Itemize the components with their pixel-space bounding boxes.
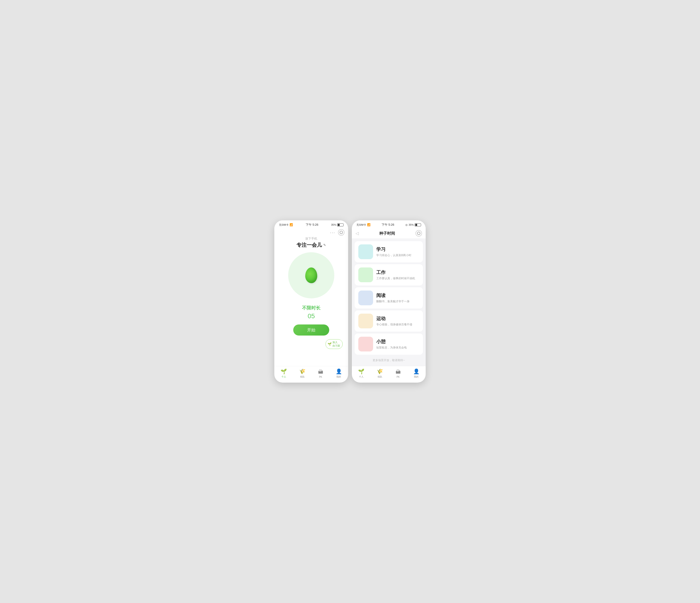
study-room-badge[interactable]: 🌱 加入 自习室 bbox=[326, 339, 343, 349]
scene-name-reading: 阅读 bbox=[376, 292, 409, 298]
personal-label-left: 个人 bbox=[281, 375, 286, 379]
mine-icon-left: 👤 bbox=[336, 368, 342, 375]
page-title-right: 种子时间 bbox=[379, 231, 395, 236]
battery-pct-left: 35% bbox=[331, 223, 336, 226]
right-phone: 无SIM卡 📶 下午 5:26 ◎ 35% ◁ 种子时间 bbox=[352, 220, 426, 383]
personal-icon-left: 🌱 bbox=[280, 368, 287, 375]
duration-label: 不限时长 bbox=[302, 305, 321, 311]
nav-item-personal-right[interactable]: 🌱 个人 bbox=[358, 368, 364, 379]
scene-list: 学习 学习得走心，认真装B两小时 工作 工作要认真，做事的时候不搞机 阅读 翻翻… bbox=[352, 238, 426, 366]
pk-label-left: PK bbox=[319, 376, 322, 378]
title-area: 放下手机 专注一会儿 ✎ bbox=[297, 237, 326, 248]
scene-item-reading[interactable]: 阅读 翻翻书，集美貌才华于一身 bbox=[355, 287, 423, 309]
scene-desc-reading: 翻翻书，集美貌才华于一身 bbox=[376, 299, 409, 304]
nav-item-team-left[interactable]: 🌾 组队 bbox=[299, 368, 305, 379]
nav-item-pk-right[interactable]: 🏔 PK bbox=[396, 369, 401, 378]
time-left: 下午 5:26 bbox=[306, 223, 318, 227]
scene-desc-rest: 短暂歇息，为身体充会电 bbox=[376, 346, 407, 349]
mine-label-left: 我的 bbox=[336, 375, 341, 379]
nav-item-personal-left[interactable]: 🌱 个人 bbox=[280, 368, 287, 379]
focus-title-text: 专注一会儿 bbox=[297, 242, 322, 248]
pk-label-right: PK bbox=[397, 376, 400, 378]
time-right: 下午 5:26 bbox=[382, 223, 394, 227]
scene-icon-rest bbox=[358, 337, 373, 352]
scene-desc-study: 学习得走心，认真装B两小时 bbox=[376, 254, 411, 257]
nav-item-team-right[interactable]: 🌾 组队 bbox=[377, 368, 383, 379]
status-bar-right: 无SIM卡 📶 下午 5:26 ◎ 35% bbox=[352, 220, 426, 228]
nav-item-mine-left[interactable]: 👤 我的 bbox=[336, 368, 342, 379]
team-label-left: 组队 bbox=[300, 375, 305, 379]
battery-pct-right: 35% bbox=[408, 223, 414, 226]
wifi-icon-left: 📶 bbox=[290, 223, 293, 226]
nav-item-mine-right[interactable]: 👤 我的 bbox=[413, 368, 420, 379]
left-main-content: 放下手机 专注一会儿 ✎ 不限时长 05 开始 🌱 加入 自习室 bbox=[274, 237, 348, 366]
battery-icon-right bbox=[415, 223, 421, 226]
scene-desc-sport: 专心锻炼，强身健体百毒不侵 bbox=[376, 322, 412, 327]
bottom-nav-left: 🌱 个人 🌾 组队 🏔 PK 👤 我的 bbox=[274, 366, 348, 383]
scene-name-sport: 运动 bbox=[376, 315, 412, 322]
no-sim-left: 无SIM卡 bbox=[279, 223, 289, 226]
scene-icon-study bbox=[358, 244, 373, 259]
status-bar-left: 无SIM卡 📶 下午 5:26 35% bbox=[274, 220, 348, 228]
mine-icon-right: 👤 bbox=[413, 368, 420, 375]
right-app-header: ◁ 种子时间 bbox=[352, 228, 426, 238]
scan-button-left[interactable] bbox=[338, 229, 345, 236]
no-sim-right: 无SIM卡 bbox=[356, 223, 366, 226]
pk-icon-right: 🏔 bbox=[396, 369, 401, 375]
scene-name-rest: 小憩 bbox=[376, 339, 407, 345]
scene-name-work: 工作 bbox=[376, 269, 415, 275]
count-number: 05 bbox=[307, 312, 315, 320]
study-room-label: 加入 自习室 bbox=[332, 341, 340, 347]
mine-label-right: 我的 bbox=[414, 375, 419, 379]
battery-icon-left bbox=[337, 223, 344, 226]
personal-icon-right: 🌱 bbox=[358, 368, 364, 375]
bottom-nav-right: 🌱 个人 🌾 组队 🏔 PK 👤 我的 bbox=[352, 366, 426, 383]
nav-item-pk-left[interactable]: 🏔 PK bbox=[318, 369, 323, 378]
location-icon-right: ◎ bbox=[405, 223, 408, 226]
scene-icon-work bbox=[358, 267, 373, 282]
left-phone: 无SIM卡 📶 下午 5:26 35% ··· 放下手机 专注一会儿 ✎ bbox=[274, 220, 348, 383]
seed-icon bbox=[305, 267, 317, 283]
scan-button-right[interactable] bbox=[416, 230, 422, 237]
scene-name-study: 学习 bbox=[376, 246, 411, 252]
start-button[interactable]: 开始 bbox=[293, 324, 329, 336]
scene-item-sport[interactable]: 运动 专心锻炼，强身健体百毒不侵 bbox=[355, 310, 423, 332]
scene-icon-reading bbox=[358, 291, 373, 305]
team-icon-left: 🌾 bbox=[299, 368, 305, 375]
leaf-icon: 🌱 bbox=[328, 342, 331, 346]
back-arrow-button[interactable]: ◁ bbox=[355, 231, 359, 236]
team-label-right: 组队 bbox=[378, 375, 382, 379]
main-title: 专注一会儿 ✎ bbox=[297, 242, 326, 248]
left-app-header: ··· bbox=[274, 228, 348, 237]
more-options-button[interactable]: ··· bbox=[330, 230, 335, 235]
scene-desc-work: 工作要认真，做事的时候不搞机 bbox=[376, 276, 415, 281]
seed-circle[interactable] bbox=[288, 252, 334, 298]
edit-icon[interactable]: ✎ bbox=[323, 243, 326, 247]
scene-item-rest[interactable]: 小憩 短暂歇息，为身体充会电 bbox=[355, 334, 423, 355]
subtitle: 放下手机 bbox=[297, 237, 326, 241]
scene-icon-sport bbox=[358, 314, 373, 329]
team-icon-right: 🌾 bbox=[377, 368, 383, 375]
scene-item-study[interactable]: 学习 学习得走心，认真装B两小时 bbox=[355, 241, 423, 262]
personal-label-right: 个人 bbox=[359, 375, 364, 379]
scene-item-work[interactable]: 工作 工作要认真，做事的时候不搞机 bbox=[355, 264, 423, 286]
more-scenes-text: 更多场景开放，敬请期待~ bbox=[355, 357, 423, 363]
pk-icon-left: 🏔 bbox=[318, 369, 323, 375]
wifi-icon-right: 📶 bbox=[367, 223, 371, 226]
